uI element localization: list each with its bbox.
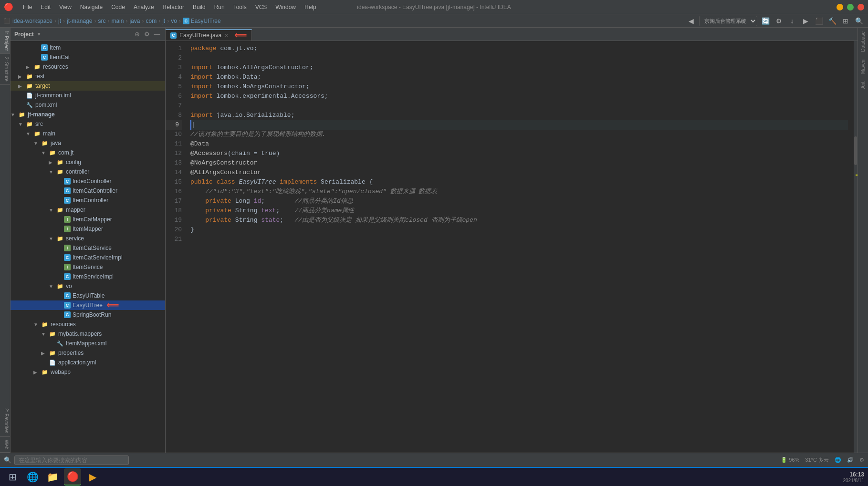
tree-item-itemcatservice[interactable]: I ItemCatService [10,243,165,253]
taskbar-explorer[interactable]: 📁 [44,468,61,486]
tree-label-indexcontroller: IndexController [73,178,111,185]
tree-item-itemcatcontroller[interactable]: C ItemCatController [10,186,165,196]
breadcrumb-vo[interactable]: vo [171,18,177,24]
search-input[interactable] [14,455,129,465]
tree-item-resources2[interactable]: ▶ 📁 resources [10,62,165,72]
stop-button[interactable]: ⬛ [814,16,824,26]
tree-item-vo[interactable]: ▼ 📁 vo [10,281,165,291]
sync-button[interactable]: ↓ [787,16,797,26]
tree-item-itemcontroller[interactable]: C ItemController [10,196,165,205]
sidebar-vtab-web[interactable]: Web [0,437,10,453]
tree-item-easyuitable[interactable]: C EasyUITable [10,291,165,300]
breadcrumb-main[interactable]: main [111,18,124,24]
tree-item-test[interactable]: ▶ 📁 test [10,72,165,81]
layout-button[interactable]: ⊞ [840,16,851,26]
menu-build[interactable]: Build [189,2,209,12]
menu-refactor[interactable]: Refactor [159,2,188,12]
menu-code[interactable]: Code [107,2,129,12]
tree-item-main[interactable]: ▼ 📁 main [10,129,165,138]
menu-edit[interactable]: Edit [37,2,54,12]
panel-action-2[interactable]: ⚙ [143,30,151,39]
tree-item-itemcatserviceimpl[interactable]: C ItemCatServiceImpl [10,253,165,262]
menu-tools[interactable]: Tools [230,2,251,12]
tree-item-resources3[interactable]: ▼ 📁 resources [10,320,165,329]
menu-view[interactable]: View [55,2,75,12]
editor-tab-easyuitree[interactable]: C EasyUITree.java ✕ ⟸ [166,29,252,41]
sidebar-vtab-favorites[interactable]: 2: Favorites [0,405,10,436]
breadcrumb-jt[interactable]: jt [58,18,61,24]
taskbar-chrome[interactable]: 🌐 [24,468,41,486]
menu-vcs[interactable]: VCS [251,2,271,12]
folder-icon-mybatis: 📁 [49,330,56,338]
tree-item-mybatis[interactable]: ▼ 📁 mybatis.mappers [10,329,165,339]
menu-window[interactable]: Window [272,2,300,12]
build-button[interactable]: 🔨 [827,16,837,26]
tree-item-properties[interactable]: ▶ 📁 properties [10,348,165,358]
menu-file[interactable]: File [19,2,36,12]
tree-item-src[interactable]: ▼ 📁 src [10,119,165,129]
tree-item-item[interactable]: C Item [10,43,165,52]
breadcrumb-jt-manage[interactable]: jt-manage [67,18,92,24]
tree-item-comjt[interactable]: ▼ 📁 com.jt [10,148,165,157]
code-content[interactable]: package com.jt.vo; import lombok.AllArgs… [185,41,854,453]
tree-item-itemmapper[interactable]: I ItemMapper [10,224,165,234]
tree-item-jt-common[interactable]: 📄 jt-common.iml [10,91,165,100]
minimize-button[interactable] [837,4,843,10]
breadcrumb-src[interactable]: src [98,18,105,24]
tree-item-application[interactable]: 📄 application.yml [10,358,165,367]
panel-actions[interactable]: ⊕ ⚙ — [133,30,161,39]
taskbar-intellij[interactable]: 🔴 [64,468,81,486]
tree-item-indexcontroller[interactable]: C IndexController [10,176,165,186]
refresh-button[interactable]: 🔄 [760,16,771,26]
tree-item-mapper[interactable]: ▼ 📁 mapper [10,205,165,215]
tree-item-config[interactable]: ▶ 📁 config [10,157,165,167]
editor-tabs: C EasyUITree.java ✕ ⟸ [166,28,858,41]
menu-navigate[interactable]: Navigate [76,2,106,12]
sidebar-vtab-structure[interactable]: 2: Structure [0,54,10,85]
breadcrumb-easyuitree[interactable]: EasyUITree [191,18,221,24]
right-vtab-ant[interactable]: Ant [859,78,867,93]
more-button[interactable]: ▶ [800,16,811,26]
tree-item-pom[interactable]: 🔧 pom.xml [10,100,165,110]
back-button[interactable]: ◀ [686,16,696,26]
panel-dropdown-arrow[interactable]: ▼ [37,31,42,37]
tab-close-button[interactable]: ✕ [224,32,229,39]
right-vtab-database[interactable]: Database [859,28,867,56]
tree-item-service[interactable]: ▼ 📁 service [10,234,165,243]
tree-label-itemcatservice: ItemCatService [73,245,112,251]
menu-bar[interactable]: File Edit View Navigate Code Analyze Ref… [19,2,320,12]
settings-button[interactable]: ⚙ [774,16,784,26]
sidebar-vtab-project[interactable]: 1: Project [0,28,10,54]
tree-item-itemcatmapper[interactable]: I ItemCatMapper [10,215,165,224]
scroll-indicator[interactable] [854,41,858,453]
search-global[interactable]: 🔍 [854,16,864,26]
breadcrumb-workspace[interactable]: idea-workspace [12,18,52,24]
tree-item-itemcat[interactable]: C ItemCat [10,52,165,62]
panel-action-1[interactable]: ⊕ [133,30,141,39]
menu-help[interactable]: Help [301,2,320,12]
maximize-button[interactable] [847,4,854,10]
scroll-thumb[interactable] [854,136,857,165]
project-dropdown[interactable]: 京淘后台管理系统 [699,16,757,26]
breadcrumb-java[interactable]: java [129,18,140,24]
tree-item-itemservice[interactable]: I ItemService [10,262,165,272]
taskbar-media[interactable]: ▶ [84,468,101,486]
tree-item-itemserviceimpl[interactable]: C ItemServiceImpl [10,272,165,281]
window-controls[interactable] [837,4,864,10]
close-button[interactable] [858,4,864,10]
tree-item-webapp[interactable]: ▶ 📁 webapp [10,367,165,377]
tree-item-java[interactable]: ▼ 📁 java [10,138,165,148]
taskbar-start[interactable]: ⊞ [4,468,21,486]
tree-item-itemmapperxml[interactable]: 🔧 ItemMapper.xml [10,339,165,348]
right-vtab-maven[interactable]: Maven [859,56,867,78]
menu-analyze[interactable]: Analyze [130,2,158,12]
tree-item-jt-manage[interactable]: ▼ 📁 jt-manage [10,110,165,119]
tree-item-springbootrun[interactable]: C SpringBootRun [10,310,165,320]
panel-collapse[interactable]: — [153,30,161,39]
breadcrumb-com[interactable]: com [146,18,157,24]
tree-item-controller[interactable]: ▼ 📁 controller [10,167,165,176]
breadcrumb-jt2[interactable]: jt [162,18,165,24]
tree-item-target[interactable]: ▶ 📁 target [10,81,165,91]
menu-run[interactable]: Run [210,2,229,12]
tree-item-easyuitree[interactable]: C EasyUITree ⟸ [10,300,165,310]
